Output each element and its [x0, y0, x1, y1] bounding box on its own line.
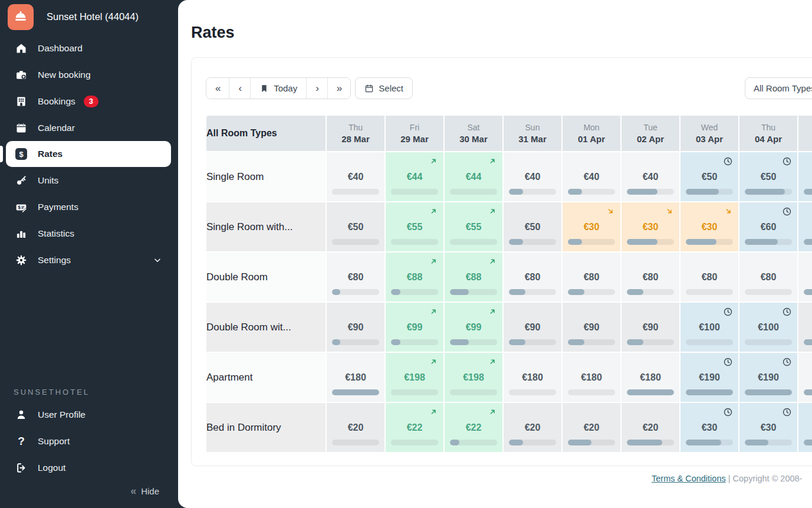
- sidebar-item-support[interactable]: ? Support: [0, 428, 178, 454]
- rate-cell[interactable]: €198: [386, 353, 443, 402]
- rate-cell[interactable]: €180: [504, 353, 561, 402]
- sidebar-item-settings[interactable]: Settings: [0, 247, 178, 273]
- rate-cell[interactable]: €90: [504, 303, 561, 352]
- rate-cell[interactable]: [798, 353, 812, 402]
- occupancy-bar: [745, 389, 792, 395]
- corner-header: All Room Types: [206, 116, 326, 151]
- rate-price: €22: [386, 422, 443, 433]
- rate-cell[interactable]: €100: [739, 303, 797, 352]
- sidebar-item-units[interactable]: Units: [0, 167, 178, 194]
- clock-icon: [723, 156, 733, 166]
- day-header: [798, 116, 812, 151]
- today-button[interactable]: Today: [250, 78, 306, 99]
- rate-cell[interactable]: €55: [445, 202, 502, 251]
- rate-cell[interactable]: €100: [680, 303, 738, 352]
- rate-cell[interactable]: €40: [327, 152, 384, 201]
- rate-cell[interactable]: €50: [327, 202, 384, 251]
- rate-cell[interactable]: €99: [445, 303, 502, 352]
- rate-cell[interactable]: €80: [622, 253, 679, 301]
- rate-price: €190: [680, 372, 738, 383]
- sidebar-item-payments[interactable]: $ Payments: [0, 194, 178, 220]
- sidebar-item-dashboard[interactable]: Dashboard: [0, 35, 178, 61]
- sidebar-item-new-booking[interactable]: New booking: [0, 61, 178, 88]
- rate-cell[interactable]: €50: [739, 152, 797, 201]
- sidebar-item-user-profile[interactable]: User Profile: [0, 401, 178, 428]
- rate-cell[interactable]: €30: [680, 403, 738, 452]
- rate-cell[interactable]: €30: [739, 403, 797, 452]
- rate-cell[interactable]: €180: [622, 353, 679, 402]
- rate-price: €40: [327, 172, 384, 182]
- day-header: Sat30 Mar: [445, 116, 502, 151]
- payments-icon: $: [15, 201, 27, 213]
- rate-cell[interactable]: €80: [327, 253, 384, 301]
- rate-cell[interactable]: €80: [739, 253, 797, 301]
- room-type-label: Bed in Dormitory: [206, 403, 326, 452]
- clock-icon: [723, 357, 733, 367]
- key-icon: [15, 175, 27, 186]
- rate-cell[interactable]: €55: [386, 202, 443, 251]
- occupancy-bar: [627, 389, 674, 395]
- rate-up-icon: [488, 407, 497, 417]
- rate-cell[interactable]: €90: [622, 303, 679, 352]
- select-date-button[interactable]: Select: [355, 77, 413, 99]
- rate-cell[interactable]: €20: [622, 403, 679, 452]
- occupancy-bar: [568, 389, 615, 395]
- rate-cell[interactable]: €20: [327, 403, 384, 452]
- back-button[interactable]: ‹: [229, 78, 250, 99]
- rate-cell[interactable]: €20: [563, 403, 620, 452]
- rate-price: €88: [386, 272, 443, 283]
- sidebar-item-rates[interactable]: $ Rates: [6, 141, 171, 167]
- sidebar-item-bookings[interactable]: Bookings 3: [0, 88, 178, 114]
- rate-cell[interactable]: €44: [386, 152, 443, 201]
- hide-sidebar-button[interactable]: « Hide: [130, 486, 159, 496]
- rate-cell[interactable]: €99: [386, 303, 443, 352]
- rate-cell[interactable]: €198: [445, 353, 502, 402]
- rate-cell[interactable]: [798, 303, 812, 352]
- question-icon: ?: [15, 435, 27, 447]
- occupancy-bar: [686, 339, 733, 345]
- terms-link[interactable]: Terms & Conditions: [652, 474, 726, 483]
- rate-cell[interactable]: €190: [680, 353, 738, 402]
- rate-cell[interactable]: €90: [327, 303, 384, 352]
- rate-cell[interactable]: €30: [622, 202, 679, 251]
- rate-cell[interactable]: €80: [504, 253, 561, 301]
- forward-button[interactable]: ›: [306, 78, 327, 99]
- occupancy-bar: [804, 440, 812, 445]
- rate-cell[interactable]: €40: [563, 152, 620, 201]
- rate-cell[interactable]: €40: [622, 152, 679, 201]
- rate-cell[interactable]: €30: [680, 202, 738, 251]
- rate-cell[interactable]: €80: [680, 253, 738, 301]
- rate-cell[interactable]: €50: [504, 202, 561, 251]
- fast-back-button[interactable]: «: [206, 78, 229, 99]
- rate-cell[interactable]: [798, 403, 812, 452]
- rate-cell[interactable]: €50: [680, 152, 738, 201]
- rate-cell[interactable]: €180: [563, 353, 620, 402]
- page-title: Rates: [191, 24, 235, 42]
- rate-cell[interactable]: €88: [445, 253, 502, 301]
- rate-cell[interactable]: €22: [445, 403, 502, 452]
- gear-icon: [15, 254, 27, 266]
- rate-cell[interactable]: €190: [739, 353, 797, 402]
- rate-cell[interactable]: €90: [563, 303, 620, 352]
- rate-cell[interactable]: €180: [327, 353, 384, 402]
- rate-cell[interactable]: €44: [445, 152, 502, 201]
- rate-cell[interactable]: €88: [386, 253, 443, 301]
- rate-cell[interactable]: €20: [504, 403, 561, 452]
- rate-cell[interactable]: €80: [563, 253, 620, 301]
- rate-cell[interactable]: €40: [504, 152, 561, 201]
- sidebar-item-logout[interactable]: Logout: [0, 454, 178, 481]
- room-type-label: Apartment: [206, 353, 326, 402]
- rate-cell[interactable]: €22: [386, 403, 443, 452]
- rate-cell[interactable]: €60: [739, 202, 797, 251]
- room-type-filter[interactable]: All Room Types: [745, 77, 812, 99]
- rate-up-icon: [488, 307, 497, 316]
- rate-cell[interactable]: [798, 202, 812, 251]
- fast-forward-button[interactable]: »: [327, 78, 350, 99]
- rate-cell[interactable]: [798, 152, 812, 201]
- rate-price: €88: [445, 272, 502, 283]
- rate-cell[interactable]: [798, 253, 812, 301]
- date-nav-group: « ‹ Today › »: [206, 77, 351, 99]
- sidebar-item-statistics[interactable]: Statistics: [0, 220, 178, 247]
- sidebar-item-calendar[interactable]: Calendar: [0, 114, 178, 141]
- rate-cell[interactable]: €30: [563, 202, 620, 251]
